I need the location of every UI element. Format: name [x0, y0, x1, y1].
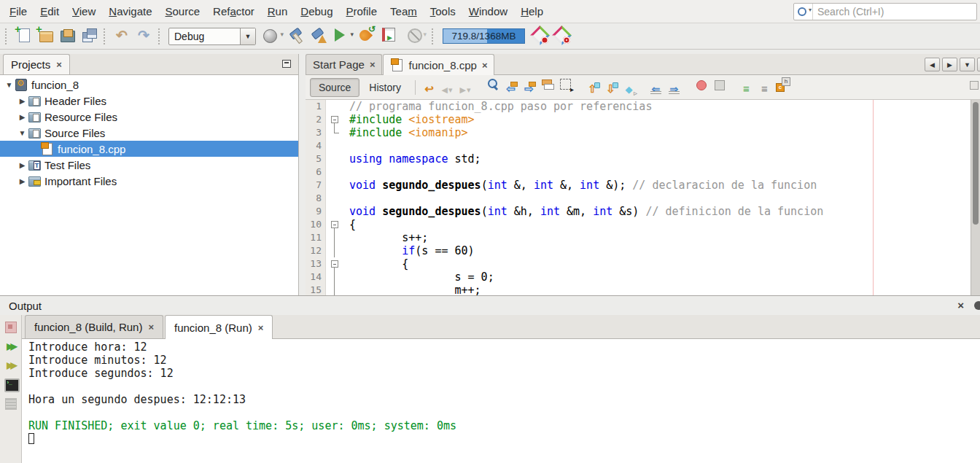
forward-icon[interactable]: ▶▾ — [457, 82, 474, 98]
maximize-output-icon[interactable] — [974, 301, 980, 310]
search-icon[interactable] — [794, 4, 813, 20]
code-line[interactable]: 9void segundo_despues(int &h, int &m, in… — [306, 205, 980, 218]
expand-icon[interactable]: ▶ — [18, 113, 27, 121]
code-line[interactable]: 10{ — [306, 218, 980, 231]
close-icon[interactable]: × — [56, 59, 62, 70]
toolbar-grip[interactable] — [5, 28, 9, 44]
menu-help[interactable]: Help — [514, 2, 550, 20]
code-line[interactable]: 11 s++; — [306, 231, 980, 244]
menu-profile[interactable]: Profile — [340, 2, 384, 20]
menu-team[interactable]: Team — [384, 2, 424, 20]
code-line[interactable]: 5using namespace std; — [306, 152, 980, 166]
build-icon[interactable] — [287, 26, 306, 44]
header-source-icon[interactable] — [774, 77, 791, 93]
shift-left-icon[interactable]: ⇐ — [648, 81, 664, 97]
fold-marker[interactable] — [326, 284, 343, 295]
rect-selection-icon[interactable] — [557, 77, 574, 93]
terminal-icon[interactable] — [3, 378, 19, 392]
code-editor[interactable]: 1// programa funcion_8.cpp paso por refe… — [306, 100, 980, 295]
toolbar-grip[interactable] — [104, 28, 107, 44]
close-icon[interactable]: × — [482, 60, 488, 71]
editor-scrollbar[interactable] — [971, 100, 980, 295]
fold-marker[interactable] — [326, 244, 343, 257]
tree-item-important-files[interactable]: ▶Important Files — [0, 173, 298, 189]
next-bookmark-icon[interactable]: ⇩ — [602, 81, 619, 97]
comment-icon[interactable]: ≡ — [738, 80, 755, 96]
toggle-bookmark-icon[interactable]: ◆ — [621, 81, 637, 97]
menu-navigate[interactable]: Navigate — [102, 2, 158, 20]
code-line[interactable]: 1// programa funcion_8.cpp paso por refe… — [306, 100, 980, 113]
stop-macro-icon[interactable] — [711, 77, 728, 93]
close-output-icon[interactable]: × — [957, 299, 964, 311]
tree-item-test-files[interactable]: ▶Test Files — [0, 157, 298, 173]
menu-file[interactable]: File — [3, 2, 34, 20]
code-line[interactable]: 15 m++; — [306, 284, 980, 295]
code-line[interactable]: 4 — [306, 139, 980, 152]
find-next-icon[interactable]: ⇨ — [521, 81, 537, 97]
fold-marker[interactable] — [326, 231, 343, 244]
scroll-tabs-left-icon[interactable]: ◀ — [925, 58, 940, 71]
menu-refactor[interactable]: Refactor — [206, 2, 261, 20]
tree-item-header-files[interactable]: ▶Header Files — [0, 93, 298, 109]
output-settings-icon[interactable] — [3, 397, 19, 411]
debug-icon[interactable] — [357, 26, 376, 44]
expand-icon[interactable]: ▶ — [18, 177, 27, 185]
close-icon[interactable]: × — [370, 59, 376, 70]
new-file-icon[interactable] — [14, 26, 33, 44]
menu-window[interactable]: Window — [462, 2, 514, 20]
save-all-icon[interactable] — [79, 26, 98, 44]
profile-icon[interactable] — [378, 26, 402, 44]
editor-tab-start-page[interactable]: Start Page× — [306, 54, 382, 74]
view-history-button[interactable]: History — [361, 79, 409, 96]
toolbar-grip[interactable] — [432, 28, 435, 44]
rerun-modified-icon[interactable]: ▶▶ — [3, 359, 19, 373]
fold-marker[interactable] — [326, 113, 343, 126]
view-source-button[interactable]: Source — [310, 78, 359, 97]
previous-bookmark-icon[interactable]: ⇧ — [584, 81, 601, 97]
expand-icon[interactable]: ▶ — [18, 161, 27, 169]
back-icon[interactable]: ◀▾ — [439, 82, 456, 98]
menu-debug[interactable]: Debug — [294, 2, 339, 20]
code-line[interactable]: 14 s = 0; — [306, 271, 980, 284]
find-icon[interactable] — [484, 77, 501, 93]
fold-marker[interactable] — [326, 271, 343, 284]
profile-clock-icon[interactable] — [530, 26, 549, 44]
code-line[interactable]: 12 if(s == 60) — [306, 244, 980, 257]
open-project-icon[interactable] — [58, 26, 77, 44]
menu-tools[interactable]: Tools — [424, 2, 462, 20]
undo-icon[interactable]: ↶ — [112, 27, 131, 46]
menu-edit[interactable]: Edit — [34, 2, 66, 20]
uncomment-icon[interactable]: ≡ — [756, 80, 773, 96]
config-select-arrow[interactable]: ▼ — [240, 28, 255, 44]
scrollbar-thumb[interactable] — [973, 102, 979, 225]
code-line[interactable]: 2#include <iostream> — [306, 113, 980, 126]
code-line[interactable]: 8 — [306, 192, 980, 205]
config-select[interactable]: Debug ▼ — [168, 28, 256, 45]
toolbar-grip[interactable] — [158, 28, 162, 44]
collapse-icon[interactable]: ▼ — [18, 129, 27, 137]
menu-source[interactable]: Source — [159, 2, 207, 20]
last-edit-icon[interactable]: ↩ — [421, 81, 438, 97]
tab-list-icon[interactable]: ▼ — [960, 58, 975, 71]
code-line[interactable]: 7void segundo_despues(int &, int &, int … — [306, 179, 980, 192]
tree-item-funcion-8-cpp[interactable]: funcion_8.cpp — [0, 141, 298, 157]
highlight-icon[interactable] — [539, 77, 556, 93]
code-line[interactable]: 13 { — [306, 257, 980, 271]
rerun-icon[interactable]: ▶▶ — [3, 340, 19, 354]
gauge-icon[interactable] — [405, 26, 427, 44]
tree-item-funcion-8[interactable]: ▼funcion_8 — [0, 77, 298, 93]
expand-icon[interactable]: ▶ — [18, 97, 27, 105]
code-line[interactable]: 6 — [306, 166, 980, 179]
tab-projects[interactable]: Projects × — [3, 54, 70, 74]
output-tab-funcion-8-run-[interactable]: funcion_8 (Run)× — [165, 315, 273, 339]
fold-marker[interactable] — [326, 257, 343, 271]
shift-right-icon[interactable]: ⇒ — [666, 81, 682, 97]
error-stripe-icon[interactable] — [970, 81, 979, 90]
menu-run[interactable]: Run — [261, 2, 295, 20]
redo-icon[interactable]: ↷ — [134, 27, 153, 46]
menu-view[interactable]: View — [66, 2, 102, 20]
tree-item-resource-files[interactable]: ▶Resource Files — [0, 109, 298, 125]
search-box[interactable] — [793, 3, 977, 20]
editor-tab-funcion-8-cpp[interactable]: funcion_8.cpp× — [383, 54, 494, 75]
record-macro-icon[interactable] — [693, 77, 709, 93]
